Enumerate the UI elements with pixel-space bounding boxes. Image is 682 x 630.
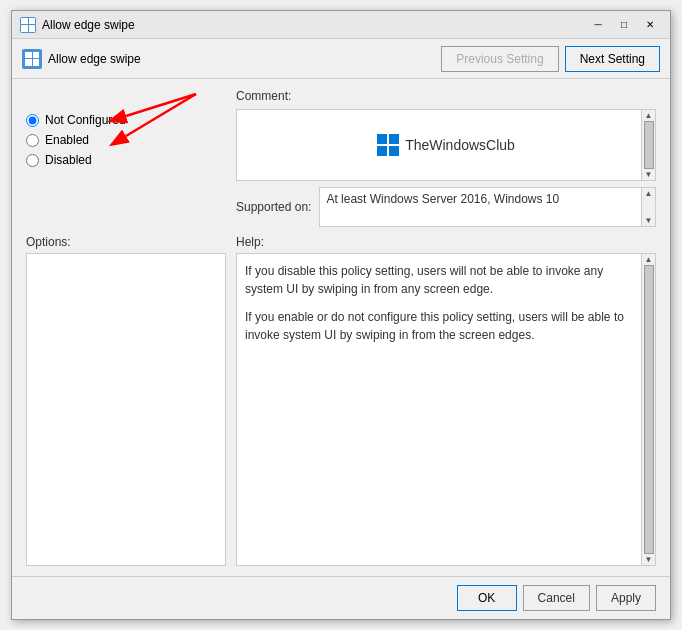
help-text: If you disable this policy setting, user… [245,262,635,344]
main-content: Not Configured Enabled Disabled Comment: [12,79,670,576]
options-label: Options: [26,235,71,249]
radio-disabled-input[interactable] [26,154,39,167]
close-button[interactable]: ✕ [638,15,662,35]
radio-not-configured[interactable]: Not Configured [26,113,226,127]
right-top-panel: Comment: TheWindowsClub [236,89,656,227]
logo-area: TheWindowsClub [377,134,515,156]
toolbar-title-text: Allow edge swipe [48,52,141,66]
scroll-down-arrow[interactable]: ▼ [645,170,653,179]
help-panel: If you disable this policy setting, user… [236,253,656,566]
apply-button[interactable]: Apply [596,585,656,611]
radio-enabled-input[interactable] [26,134,39,147]
next-setting-button[interactable]: Next Setting [565,46,660,72]
title-bar-text: Allow edge swipe [42,18,135,32]
comment-box: TheWindowsClub ▲ ▼ [236,109,656,181]
toolbar-buttons: Previous Setting Next Setting [441,46,660,72]
toolbar-title-area: Allow edge swipe [22,49,433,69]
scroll-thumb [644,121,654,169]
section-labels-row: Options: Help: [26,235,656,249]
help-scroll-thumb [644,265,654,554]
ok-button[interactable]: OK [457,585,517,611]
supported-label: Supported on: [236,200,311,214]
comment-scrollbar[interactable]: ▲ ▼ [641,110,655,180]
logo-icon [377,134,399,156]
radio-disabled-label: Disabled [45,153,92,167]
title-bar-left: Allow edge swipe [20,17,135,33]
radio-group: Not Configured Enabled Disabled [26,113,226,167]
options-panel [26,253,226,566]
supported-scroll-down[interactable]: ▼ [645,216,653,225]
help-box: If you disable this policy setting, user… [236,253,656,566]
help-label: Help: [236,235,264,249]
toolbar-icon [22,49,42,69]
help-paragraph-2: If you enable or do not configure this p… [245,308,635,344]
options-box [26,253,226,566]
previous-setting-button[interactable]: Previous Setting [441,46,558,72]
radio-enabled[interactable]: Enabled [26,133,226,147]
supported-text: At least Windows Server 2016, Windows 10 [326,192,559,206]
radio-not-configured-input[interactable] [26,114,39,127]
footer: OK Cancel Apply [12,576,670,619]
main-window: Allow edge swipe ─ □ ✕ Allow edge swipe … [11,10,671,620]
radio-disabled[interactable]: Disabled [26,153,226,167]
cancel-button[interactable]: Cancel [523,585,590,611]
help-label-area: Help: [236,235,656,249]
help-scroll-down[interactable]: ▼ [645,555,653,564]
title-bar-controls: ─ □ ✕ [586,15,662,35]
help-paragraph-1: If you disable this policy setting, user… [245,262,635,298]
supported-scroll-up[interactable]: ▲ [645,189,653,198]
help-scroll-up[interactable]: ▲ [645,255,653,264]
radio-not-configured-label: Not Configured [45,113,126,127]
supported-scrollbar[interactable]: ▲ ▼ [641,188,655,226]
logo-text: TheWindowsClub [405,137,515,153]
radio-panel: Not Configured Enabled Disabled [26,89,226,227]
radio-enabled-label: Enabled [45,133,89,147]
title-bar: Allow edge swipe ─ □ ✕ [12,11,670,39]
maximize-button[interactable]: □ [612,15,636,35]
help-scrollbar[interactable]: ▲ ▼ [641,254,655,565]
supported-box: At least Windows Server 2016, Windows 10… [319,187,656,227]
options-label-area: Options: [26,235,226,249]
supported-row: Supported on: At least Windows Server 20… [236,187,656,227]
toolbar: Allow edge swipe Previous Setting Next S… [12,39,670,79]
minimize-button[interactable]: ─ [586,15,610,35]
scroll-up-arrow[interactable]: ▲ [645,111,653,120]
bottom-panels: If you disable this policy setting, user… [26,253,656,566]
window-icon [20,17,36,33]
comment-label: Comment: [236,89,656,103]
